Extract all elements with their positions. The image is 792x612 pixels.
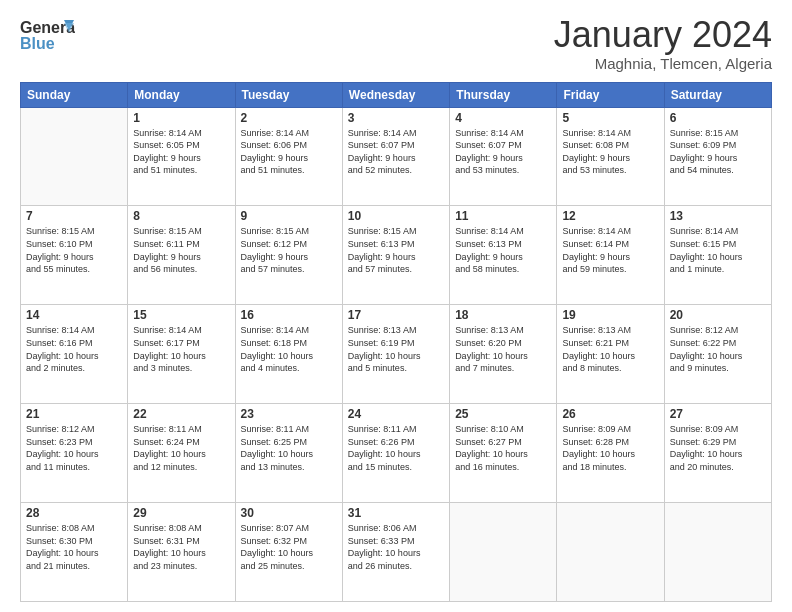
day-info: Sunrise: 8:08 AM Sunset: 6:30 PM Dayligh… [26,522,122,572]
location: Maghnia, Tlemcen, Algeria [554,55,772,72]
day-number: 15 [133,308,229,322]
day-number: 11 [455,209,551,223]
day-info: Sunrise: 8:13 AM Sunset: 6:19 PM Dayligh… [348,324,444,374]
day-info: Sunrise: 8:14 AM Sunset: 6:17 PM Dayligh… [133,324,229,374]
day-info: Sunrise: 8:09 AM Sunset: 6:29 PM Dayligh… [670,423,766,473]
day-info: Sunrise: 8:11 AM Sunset: 6:25 PM Dayligh… [241,423,337,473]
day-number: 14 [26,308,122,322]
day-header-sunday: Sunday [21,82,128,107]
calendar-cell: 25Sunrise: 8:10 AM Sunset: 6:27 PM Dayli… [450,404,557,503]
calendar-cell: 19Sunrise: 8:13 AM Sunset: 6:21 PM Dayli… [557,305,664,404]
day-number: 16 [241,308,337,322]
day-info: Sunrise: 8:14 AM Sunset: 6:07 PM Dayligh… [348,127,444,177]
week-row-4: 28Sunrise: 8:08 AM Sunset: 6:30 PM Dayli… [21,503,772,602]
calendar-cell [664,503,771,602]
calendar-cell: 29Sunrise: 8:08 AM Sunset: 6:31 PM Dayli… [128,503,235,602]
calendar-cell [557,503,664,602]
day-number: 29 [133,506,229,520]
calendar-cell: 6Sunrise: 8:15 AM Sunset: 6:09 PM Daylig… [664,107,771,206]
calendar-cell: 27Sunrise: 8:09 AM Sunset: 6:29 PM Dayli… [664,404,771,503]
day-header-row: SundayMondayTuesdayWednesdayThursdayFrid… [21,82,772,107]
day-number: 20 [670,308,766,322]
calendar-cell: 1Sunrise: 8:14 AM Sunset: 6:05 PM Daylig… [128,107,235,206]
day-info: Sunrise: 8:14 AM Sunset: 6:18 PM Dayligh… [241,324,337,374]
page: General Blue January 2024 Maghnia, Tlemc… [0,0,792,612]
day-number: 22 [133,407,229,421]
calendar-cell: 8Sunrise: 8:15 AM Sunset: 6:11 PM Daylig… [128,206,235,305]
day-info: Sunrise: 8:15 AM Sunset: 6:10 PM Dayligh… [26,225,122,275]
day-number: 18 [455,308,551,322]
week-row-0: 1Sunrise: 8:14 AM Sunset: 6:05 PM Daylig… [21,107,772,206]
month-title: January 2024 [554,15,772,55]
day-info: Sunrise: 8:15 AM Sunset: 6:12 PM Dayligh… [241,225,337,275]
day-number: 23 [241,407,337,421]
day-info: Sunrise: 8:13 AM Sunset: 6:20 PM Dayligh… [455,324,551,374]
day-number: 1 [133,111,229,125]
day-info: Sunrise: 8:14 AM Sunset: 6:05 PM Dayligh… [133,127,229,177]
day-info: Sunrise: 8:12 AM Sunset: 6:23 PM Dayligh… [26,423,122,473]
day-number: 21 [26,407,122,421]
day-info: Sunrise: 8:07 AM Sunset: 6:32 PM Dayligh… [241,522,337,572]
calendar-cell: 10Sunrise: 8:15 AM Sunset: 6:13 PM Dayli… [342,206,449,305]
day-info: Sunrise: 8:14 AM Sunset: 6:15 PM Dayligh… [670,225,766,275]
day-number: 17 [348,308,444,322]
day-number: 26 [562,407,658,421]
calendar-cell: 15Sunrise: 8:14 AM Sunset: 6:17 PM Dayli… [128,305,235,404]
day-header-wednesday: Wednesday [342,82,449,107]
calendar-cell: 5Sunrise: 8:14 AM Sunset: 6:08 PM Daylig… [557,107,664,206]
day-info: Sunrise: 8:09 AM Sunset: 6:28 PM Dayligh… [562,423,658,473]
day-info: Sunrise: 8:14 AM Sunset: 6:06 PM Dayligh… [241,127,337,177]
calendar-cell: 7Sunrise: 8:15 AM Sunset: 6:10 PM Daylig… [21,206,128,305]
calendar-cell: 16Sunrise: 8:14 AM Sunset: 6:18 PM Dayli… [235,305,342,404]
day-number: 13 [670,209,766,223]
calendar-cell: 20Sunrise: 8:12 AM Sunset: 6:22 PM Dayli… [664,305,771,404]
day-number: 24 [348,407,444,421]
day-info: Sunrise: 8:15 AM Sunset: 6:11 PM Dayligh… [133,225,229,275]
calendar-cell: 11Sunrise: 8:14 AM Sunset: 6:13 PM Dayli… [450,206,557,305]
day-info: Sunrise: 8:11 AM Sunset: 6:26 PM Dayligh… [348,423,444,473]
calendar-cell: 21Sunrise: 8:12 AM Sunset: 6:23 PM Dayli… [21,404,128,503]
day-number: 7 [26,209,122,223]
calendar-cell: 28Sunrise: 8:08 AM Sunset: 6:30 PM Dayli… [21,503,128,602]
svg-text:Blue: Blue [20,35,55,52]
calendar-cell: 12Sunrise: 8:14 AM Sunset: 6:14 PM Dayli… [557,206,664,305]
day-number: 27 [670,407,766,421]
week-row-3: 21Sunrise: 8:12 AM Sunset: 6:23 PM Dayli… [21,404,772,503]
header: General Blue January 2024 Maghnia, Tlemc… [20,15,772,72]
day-header-tuesday: Tuesday [235,82,342,107]
day-number: 10 [348,209,444,223]
calendar-cell: 24Sunrise: 8:11 AM Sunset: 6:26 PM Dayli… [342,404,449,503]
calendar-cell: 13Sunrise: 8:14 AM Sunset: 6:15 PM Dayli… [664,206,771,305]
week-row-1: 7Sunrise: 8:15 AM Sunset: 6:10 PM Daylig… [21,206,772,305]
calendar-table: SundayMondayTuesdayWednesdayThursdayFrid… [20,82,772,602]
day-header-friday: Friday [557,82,664,107]
day-info: Sunrise: 8:14 AM Sunset: 6:13 PM Dayligh… [455,225,551,275]
calendar-cell: 3Sunrise: 8:14 AM Sunset: 6:07 PM Daylig… [342,107,449,206]
calendar-cell: 31Sunrise: 8:06 AM Sunset: 6:33 PM Dayli… [342,503,449,602]
day-number: 12 [562,209,658,223]
calendar-cell: 18Sunrise: 8:13 AM Sunset: 6:20 PM Dayli… [450,305,557,404]
day-number: 31 [348,506,444,520]
calendar-cell: 22Sunrise: 8:11 AM Sunset: 6:24 PM Dayli… [128,404,235,503]
day-info: Sunrise: 8:14 AM Sunset: 6:14 PM Dayligh… [562,225,658,275]
day-number: 4 [455,111,551,125]
logo: General Blue [20,15,75,60]
day-number: 6 [670,111,766,125]
logo-icon: General Blue [20,15,75,60]
day-header-saturday: Saturday [664,82,771,107]
day-info: Sunrise: 8:06 AM Sunset: 6:33 PM Dayligh… [348,522,444,572]
calendar-cell: 14Sunrise: 8:14 AM Sunset: 6:16 PM Dayli… [21,305,128,404]
day-info: Sunrise: 8:15 AM Sunset: 6:13 PM Dayligh… [348,225,444,275]
day-info: Sunrise: 8:15 AM Sunset: 6:09 PM Dayligh… [670,127,766,177]
day-info: Sunrise: 8:14 AM Sunset: 6:16 PM Dayligh… [26,324,122,374]
calendar-cell: 4Sunrise: 8:14 AM Sunset: 6:07 PM Daylig… [450,107,557,206]
title-block: January 2024 Maghnia, Tlemcen, Algeria [554,15,772,72]
day-info: Sunrise: 8:14 AM Sunset: 6:07 PM Dayligh… [455,127,551,177]
calendar-cell: 2Sunrise: 8:14 AM Sunset: 6:06 PM Daylig… [235,107,342,206]
calendar-cell: 9Sunrise: 8:15 AM Sunset: 6:12 PM Daylig… [235,206,342,305]
day-info: Sunrise: 8:10 AM Sunset: 6:27 PM Dayligh… [455,423,551,473]
day-info: Sunrise: 8:13 AM Sunset: 6:21 PM Dayligh… [562,324,658,374]
calendar-cell: 30Sunrise: 8:07 AM Sunset: 6:32 PM Dayli… [235,503,342,602]
day-header-thursday: Thursday [450,82,557,107]
week-row-2: 14Sunrise: 8:14 AM Sunset: 6:16 PM Dayli… [21,305,772,404]
